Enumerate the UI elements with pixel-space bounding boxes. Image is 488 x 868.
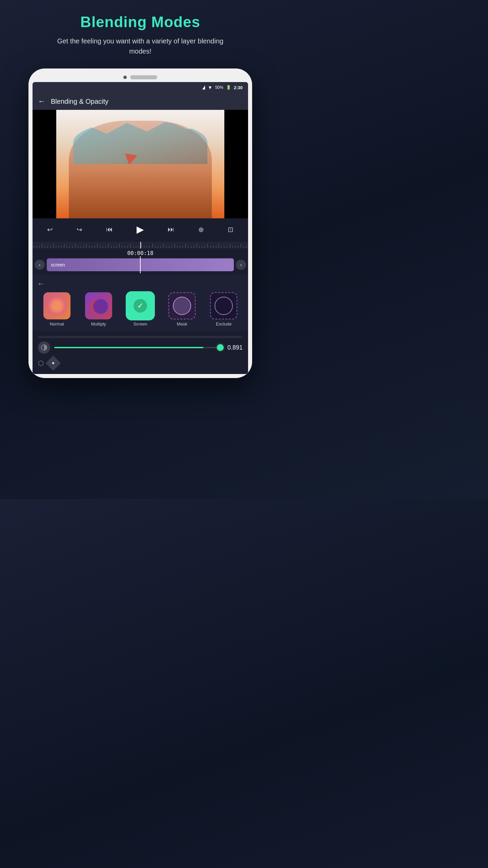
opacity-fill xyxy=(54,347,203,348)
tick xyxy=(42,244,42,248)
blend-mode-mask[interactable]: Mask xyxy=(163,292,202,327)
tick xyxy=(136,246,136,248)
skip-back-button[interactable]: ⏮ xyxy=(103,224,116,235)
tick xyxy=(180,246,180,248)
tick xyxy=(34,246,34,248)
tick xyxy=(114,246,114,248)
tick xyxy=(232,246,233,248)
tick xyxy=(216,246,216,248)
tick xyxy=(78,246,78,248)
tick xyxy=(202,246,202,248)
blend-thumb-normal xyxy=(43,292,70,319)
blend-mode-normal[interactable]: Normal xyxy=(37,292,76,327)
tick xyxy=(199,246,200,248)
tick xyxy=(133,246,134,248)
phone-top-bar xyxy=(33,75,248,79)
blend-thumb-screen: ✓ xyxy=(127,292,154,319)
redo-button[interactable]: ↪ xyxy=(74,224,85,235)
app-toolbar: ← Blending & Opacity xyxy=(33,93,248,110)
export-button[interactable]: ⊡ xyxy=(225,224,236,235)
blend-thumb-exclude xyxy=(210,292,237,319)
diamond-button[interactable]: ✦ xyxy=(45,355,61,371)
tick xyxy=(219,244,219,248)
battery-icon: 🔋 xyxy=(226,85,231,90)
tick xyxy=(183,246,183,248)
track-next-button[interactable]: › xyxy=(236,260,246,270)
tick xyxy=(37,246,37,248)
tick xyxy=(89,246,89,248)
tick xyxy=(230,244,230,248)
tick xyxy=(197,244,197,248)
divider xyxy=(38,336,243,338)
tick xyxy=(147,246,147,248)
tick xyxy=(213,246,214,248)
tick xyxy=(103,246,103,248)
tick xyxy=(152,244,153,248)
tick xyxy=(227,246,227,248)
tick xyxy=(191,246,191,248)
bottom-area: 0.891 ⬡ ✦ xyxy=(33,331,248,374)
tick xyxy=(73,246,73,248)
page-subtitle: Get the feeling you want with a variety … xyxy=(45,36,235,56)
tick xyxy=(139,246,139,248)
tick xyxy=(194,246,194,248)
blend-mode-multiply[interactable]: Multiply xyxy=(79,292,118,327)
toolbar-title: Blending & Opacity xyxy=(51,98,108,105)
blend-label-mask: Mask xyxy=(177,321,187,327)
tick xyxy=(169,246,169,248)
video-content xyxy=(56,110,224,218)
track-row: ‹ screen › xyxy=(33,258,248,271)
tick xyxy=(149,246,150,248)
blend-mode-exclude[interactable]: Exclude xyxy=(204,292,243,327)
tick xyxy=(81,246,81,248)
tick xyxy=(246,246,246,248)
blend-label-screen: Screen xyxy=(133,321,147,327)
track-clip[interactable]: screen xyxy=(47,258,234,271)
tick xyxy=(53,244,54,248)
tick xyxy=(210,246,211,248)
tick xyxy=(45,246,45,248)
track-playhead xyxy=(140,256,141,273)
opacity-thumb[interactable] xyxy=(217,344,224,351)
phone-camera xyxy=(123,76,127,79)
tick xyxy=(205,246,205,248)
tick xyxy=(155,246,156,248)
status-bar: ▼ 50% 🔋 2:30 xyxy=(33,82,248,93)
toolbar-back-button[interactable]: ← xyxy=(38,97,45,106)
blend-panel: ← Normal Multiply ✓ Screen xyxy=(33,275,248,331)
tick xyxy=(95,246,95,248)
timeline-ruler[interactable] xyxy=(33,242,248,249)
phone-mockup: ▼ 50% 🔋 2:30 ← Blending & Opacity ↩ ↪ ⏮ … xyxy=(28,68,252,378)
layers-button[interactable]: ⬡ xyxy=(38,359,44,367)
tick xyxy=(166,246,166,248)
tick xyxy=(92,246,92,248)
selected-check: ✓ xyxy=(134,299,147,313)
opacity-value: 0.891 xyxy=(226,344,243,351)
track-label: screen xyxy=(51,262,65,268)
tick xyxy=(39,246,40,248)
tick xyxy=(158,246,158,248)
tick xyxy=(67,246,67,248)
bookmark-button[interactable]: ⊕ xyxy=(196,224,207,235)
tick xyxy=(238,246,238,248)
tick xyxy=(108,244,108,248)
undo-button[interactable]: ↩ xyxy=(44,224,56,235)
skip-forward-button[interactable]: ⏭ xyxy=(165,224,177,235)
tick xyxy=(69,246,70,248)
tick xyxy=(130,244,130,248)
track-prev-button[interactable]: ‹ xyxy=(35,260,45,270)
tick xyxy=(127,246,128,248)
opacity-svg xyxy=(41,344,47,351)
blend-thumb-mask xyxy=(168,292,196,319)
blend-mode-screen[interactable]: ✓ Screen xyxy=(121,292,160,327)
play-button[interactable]: ▶ xyxy=(134,222,147,236)
blend-back-button[interactable]: ← xyxy=(36,279,245,288)
phone-speaker xyxy=(130,75,157,79)
tick xyxy=(141,244,142,248)
opacity-slider[interactable] xyxy=(54,347,222,348)
tick xyxy=(86,244,86,248)
tick xyxy=(221,246,222,248)
blend-thumb-multiply xyxy=(85,292,112,319)
blend-modes-row: Normal Multiply ✓ Screen Mask xyxy=(36,292,245,327)
tick xyxy=(175,244,175,248)
